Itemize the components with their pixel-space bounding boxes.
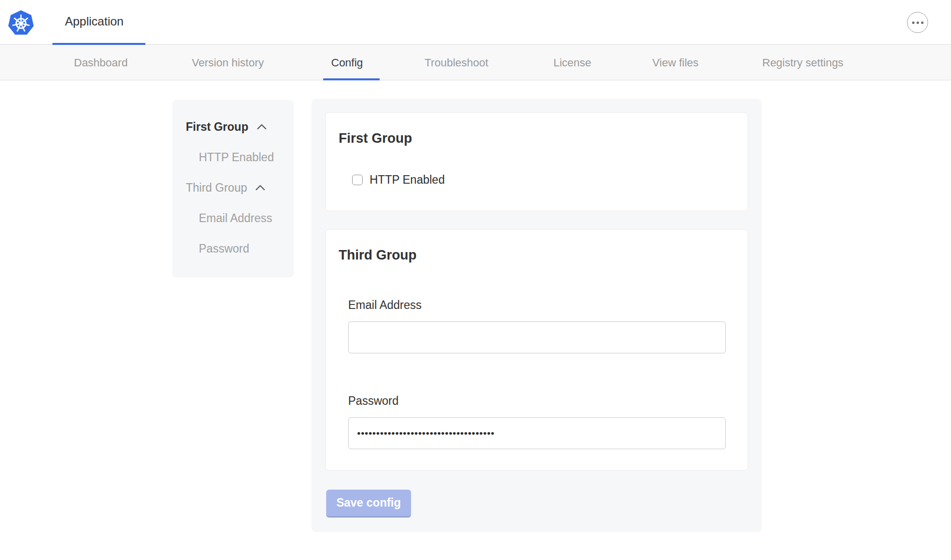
tab-license[interactable]: License	[553, 56, 591, 69]
email-address-input[interactable]	[348, 321, 726, 353]
tab-registry-settings[interactable]: Registry settings	[762, 56, 844, 69]
sidebar-item-http-enabled[interactable]: HTTP Enabled	[186, 149, 289, 166]
tab-troubleshoot[interactable]: Troubleshoot	[425, 56, 488, 69]
application-tab[interactable]: Application	[65, 14, 123, 28]
kubernetes-logo-icon	[8, 10, 34, 36]
save-config-button[interactable]: Save config	[326, 490, 411, 518]
group-title-third: Third Group	[339, 248, 748, 263]
email-address-label: Email Address	[348, 298, 748, 312]
kots-admin-config-page: Application Dashboard Version history Co…	[0, 0, 951, 560]
config-tab-underline	[323, 78, 380, 80]
config-group-card-first: First Group HTTP Enabled	[325, 112, 748, 211]
ellipsis-icon	[917, 21, 919, 24]
tab-version-history[interactable]: Version history	[192, 56, 264, 69]
http-enabled-label: HTTP Enabled	[370, 173, 445, 187]
password-label: Password	[348, 394, 748, 408]
http-enabled-checkbox[interactable]	[352, 175, 363, 185]
sidebar-item-label: First Group	[186, 120, 248, 133]
tab-config[interactable]: Config	[331, 56, 363, 69]
chevron-up-icon	[255, 185, 265, 191]
sidebar-item-first-group[interactable]: First Group	[186, 119, 289, 135]
sidebar-item-email-address[interactable]: Email Address	[186, 210, 289, 227]
group-title-first: First Group	[339, 131, 748, 146]
chevron-up-icon	[257, 124, 267, 130]
sidebar-item-label: Third Group	[186, 181, 247, 194]
password-input[interactable]	[348, 417, 726, 449]
config-group-card-third: Third Group Email Address Password	[325, 229, 748, 471]
ellipsis-icon	[921, 21, 924, 24]
tab-view-files[interactable]: View files	[652, 56, 699, 69]
application-tab-underline	[52, 43, 145, 45]
app-nav-tabs: Dashboard Version history Config Trouble…	[0, 45, 951, 80]
tab-dashboard[interactable]: Dashboard	[74, 56, 128, 69]
app-header: Application	[0, 0, 951, 45]
http-enabled-row: HTTP Enabled	[352, 173, 748, 187]
overflow-menu-button[interactable]	[907, 12, 928, 33]
ellipsis-icon	[912, 21, 915, 24]
config-form-panel: First Group HTTP Enabled Third Group Ema…	[312, 99, 762, 532]
sidebar-item-third-group[interactable]: Third Group	[186, 180, 289, 196]
config-groups-sidebar: First Group HTTP Enabled Third Group Ema…	[172, 100, 294, 278]
sidebar-item-password[interactable]: Password	[186, 241, 289, 257]
